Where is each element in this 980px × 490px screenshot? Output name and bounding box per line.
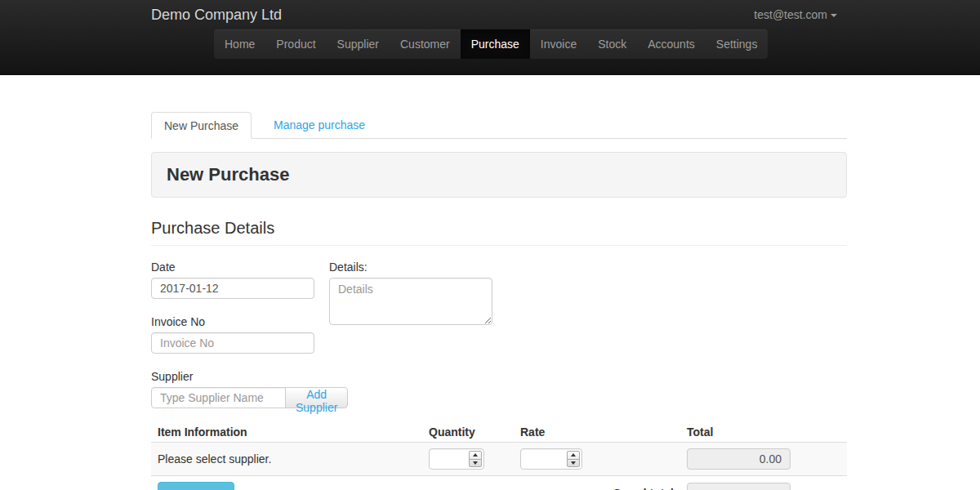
supplier-input[interactable] xyxy=(151,387,286,408)
user-menu[interactable]: test@test.com xyxy=(754,0,837,30)
items-table-header-row: Item Information Quantity Rate Total xyxy=(151,422,847,443)
items-table-footer-row: Grand total xyxy=(151,476,847,490)
grand-total-label: Grand total xyxy=(514,476,680,490)
item-row: Please select supplier. xyxy=(151,443,847,476)
tab-new-purchase[interactable]: New Purchase xyxy=(151,112,252,139)
page-content: New Purchase Manage purchase New Purchas… xyxy=(151,75,847,490)
date-label: Date xyxy=(151,261,314,274)
main-nav: Home Product Supplier Customer Purchase … xyxy=(214,29,768,59)
col-header-total: Total xyxy=(680,422,847,443)
date-input[interactable] xyxy=(151,278,314,299)
details-field-group: Details: xyxy=(329,261,492,327)
add-item-button[interactable] xyxy=(158,482,234,490)
grand-total-display xyxy=(687,483,791,490)
date-field-group: Date xyxy=(151,261,314,299)
row-total-display: 0.00 xyxy=(687,448,791,470)
invoice-no-label: Invoice No xyxy=(151,315,314,328)
nav-item-invoice[interactable]: Invoice xyxy=(530,29,587,59)
spinner-up-icon[interactable] xyxy=(470,452,481,460)
details-textarea[interactable] xyxy=(329,278,492,325)
purchase-tabs: New Purchase Manage purchase xyxy=(151,112,847,139)
spinner-up-icon[interactable] xyxy=(568,452,579,460)
user-email: test@test.com xyxy=(754,8,827,21)
items-table: Item Information Quantity Rate Total Ple… xyxy=(151,422,847,490)
section-title: Purchase Details xyxy=(151,219,847,238)
rate-input[interactable] xyxy=(520,448,582,470)
col-header-quantity: Quantity xyxy=(422,422,514,443)
navbar-container: Demo Company Ltd test@test.com Home Prod… xyxy=(151,0,847,75)
nav-item-stock[interactable]: Stock xyxy=(587,29,637,59)
quantity-spinner xyxy=(469,451,482,467)
item-row-message: Please select supplier. xyxy=(151,443,422,476)
invoice-no-field-group: Invoice No xyxy=(151,315,314,354)
nav-item-supplier[interactable]: Supplier xyxy=(327,29,390,59)
tab-manage-purchase[interactable]: Manage purchase xyxy=(261,112,377,138)
purchase-form: Date Invoice No Supplier Add Supplier xyxy=(151,261,847,408)
supplier-field-group: Supplier Add Supplier xyxy=(151,370,314,408)
top-navbar: Demo Company Ltd test@test.com Home Prod… xyxy=(0,0,980,75)
nav-item-purchase[interactable]: Purchase xyxy=(461,29,530,59)
nav-item-home[interactable]: Home xyxy=(214,29,265,59)
details-label: Details: xyxy=(329,261,492,274)
panel-heading: New Purchase xyxy=(151,152,847,198)
spinner-down-icon[interactable] xyxy=(568,460,579,467)
brand-title[interactable]: Demo Company Ltd xyxy=(151,0,282,30)
supplier-label: Supplier xyxy=(151,370,314,383)
nav-item-customer[interactable]: Customer xyxy=(390,29,461,59)
col-header-item-information: Item Information xyxy=(151,422,422,443)
col-header-rate: Rate xyxy=(514,422,680,443)
page-title: New Purchase xyxy=(167,164,289,185)
nav-item-accounts[interactable]: Accounts xyxy=(637,29,706,59)
quantity-input[interactable] xyxy=(429,448,484,470)
spinner-down-icon[interactable] xyxy=(470,460,481,467)
invoice-no-input[interactable] xyxy=(151,332,314,354)
nav-item-product[interactable]: Product xyxy=(265,29,326,59)
rate-spinner xyxy=(567,451,580,467)
caret-down-icon xyxy=(831,14,837,17)
nav-item-settings[interactable]: Settings xyxy=(706,29,768,59)
section-divider xyxy=(151,245,847,246)
